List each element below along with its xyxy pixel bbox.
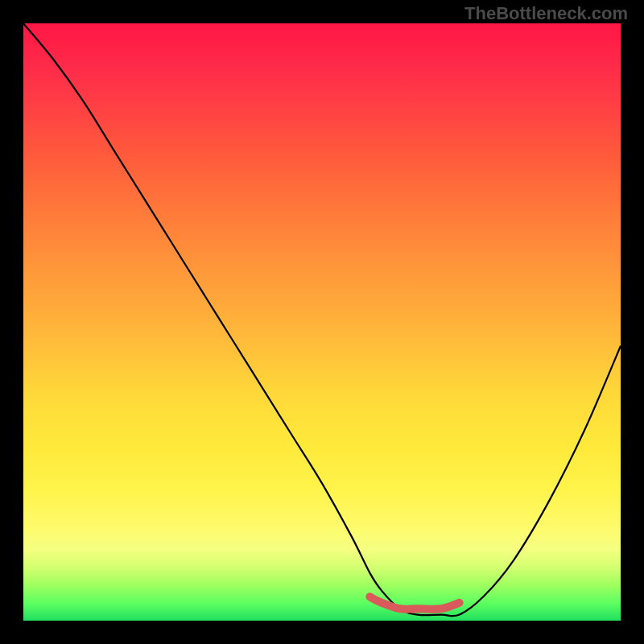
chart-container: TheBottleneck.com bbox=[0, 0, 644, 644]
plot-area bbox=[23, 23, 621, 621]
highlight-segment bbox=[369, 597, 459, 609]
watermark-text: TheBottleneck.com bbox=[464, 3, 628, 24]
bottleneck-curve bbox=[23, 23, 621, 616]
curve-svg bbox=[23, 23, 621, 621]
